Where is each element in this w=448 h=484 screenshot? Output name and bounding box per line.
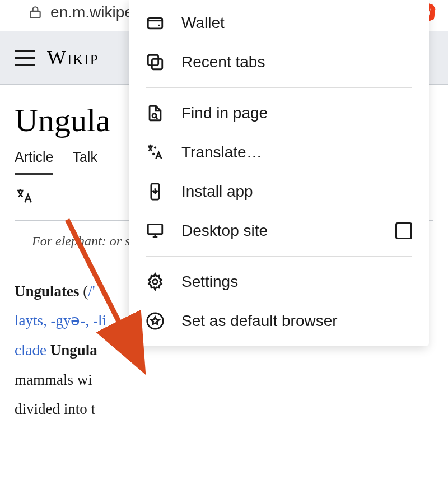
hamburger-menu-icon[interactable]	[15, 50, 35, 66]
svg-rect-0	[30, 11, 40, 18]
menu-item-set-default-browser[interactable]: Set as default browser	[129, 301, 429, 341]
menu-divider	[146, 256, 412, 257]
install-app-icon	[146, 182, 165, 201]
language-icon[interactable]	[15, 187, 34, 206]
translate-icon	[146, 143, 165, 162]
menu-item-wallet[interactable]: Wallet	[129, 3, 429, 43]
menu-item-settings[interactable]: Settings	[129, 262, 429, 301]
menu-item-install-app[interactable]: Install app	[129, 172, 429, 211]
menu-label: Desktop site	[181, 222, 379, 240]
desktop-icon	[146, 221, 165, 240]
tab-talk[interactable]: Talk	[72, 149, 97, 175]
menu-item-translate[interactable]: Translate…	[129, 133, 429, 172]
menu-item-recent-tabs[interactable]: Recent tabs	[129, 43, 429, 82]
svg-rect-6	[148, 225, 162, 234]
svg-rect-1	[148, 18, 162, 29]
menu-label: Install app	[181, 183, 412, 201]
gear-icon	[146, 272, 165, 291]
browser-menu: Wallet Recent tabs Find in page Translat…	[129, 0, 429, 346]
svg-rect-2	[148, 55, 158, 65]
star-circle-icon	[146, 311, 165, 331]
recent-tabs-icon	[146, 53, 165, 72]
svg-rect-3	[152, 59, 162, 69]
desktop-site-checkbox[interactable]	[395, 222, 412, 239]
menu-item-find-in-page[interactable]: Find in page	[129, 94, 429, 133]
wiki-logo[interactable]: Wikip	[47, 46, 99, 69]
svg-point-7	[153, 280, 158, 285]
menu-label: Translate…	[181, 143, 412, 161]
svg-point-4	[152, 114, 156, 118]
menu-label: Wallet	[181, 14, 412, 32]
menu-label: Find in page	[181, 104, 412, 122]
menu-label: Set as default browser	[181, 312, 412, 330]
menu-label: Recent tabs	[181, 53, 412, 71]
lock-icon	[28, 4, 43, 21]
find-in-page-icon	[146, 104, 165, 123]
tab-article[interactable]: Article	[15, 149, 53, 175]
menu-divider	[146, 87, 412, 88]
wallet-icon	[146, 13, 165, 32]
menu-label: Settings	[181, 273, 412, 291]
menu-item-desktop-site[interactable]: Desktop site	[129, 211, 429, 250]
